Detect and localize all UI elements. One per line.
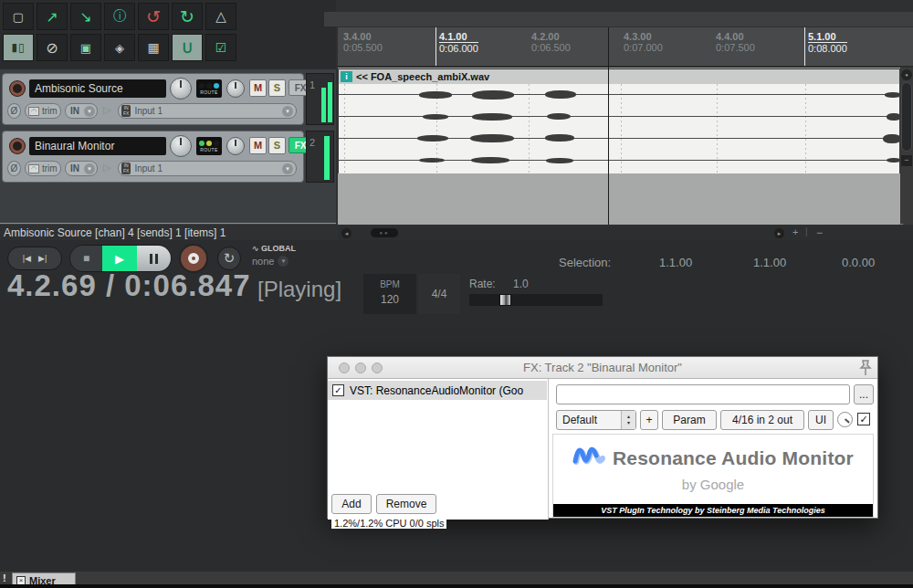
ui-toggle-button[interactable]: UI: [808, 410, 834, 430]
save-project-button[interactable]: ↘: [70, 3, 101, 30]
track-panel-1: Ambisonic Source ROUTE M S FX⊙ Ø ◠trim I…: [2, 73, 304, 125]
volume-knob[interactable]: [170, 78, 192, 100]
item-edit-icon: ▣: [80, 41, 91, 55]
undo-button[interactable]: ↺: [138, 3, 169, 30]
close-icon[interactable]: [339, 362, 350, 373]
play-button[interactable]: ▶: [102, 246, 136, 271]
record-input-button[interactable]: IN▼: [65, 103, 98, 119]
wet-dry-knob[interactable]: [837, 412, 853, 427]
pan-knob[interactable]: [226, 79, 245, 98]
transport-position-display[interactable]: 4.2.69 / 0:06.847: [7, 268, 251, 303]
remove-fx-button[interactable]: Remove: [376, 494, 436, 514]
selection-length[interactable]: 0.0.00: [842, 256, 875, 269]
bpm-value[interactable]: 120: [363, 293, 416, 306]
selection-label: Selection:: [559, 256, 611, 269]
ruler-tick: 3.4.000:05.500: [343, 31, 383, 53]
solo-button[interactable]: S: [268, 79, 286, 97]
repeat-button[interactable]: ↻: [217, 247, 241, 270]
toggle-peaks-button[interactable]: ▮▯: [3, 34, 34, 61]
envelope-points-button[interactable]: ◈: [104, 34, 135, 61]
media-item[interactable]: i << FOA_speech_ambiX.wav: [338, 68, 900, 173]
go-to-start-button[interactable]: |◀: [23, 254, 31, 263]
solo-button[interactable]: S: [268, 137, 286, 154]
track-name[interactable]: Binaural Monitor: [29, 137, 166, 155]
selection-end[interactable]: 1.1.00: [753, 256, 786, 269]
locking-button[interactable]: ☑: [205, 34, 236, 61]
record-arm-button[interactable]: [9, 80, 26, 97]
plugin-enabled-checkbox[interactable]: ✓: [857, 413, 870, 425]
timeline-ruler[interactable]: 3.4.000:05.500 4.1.000:06.000 4.2.000:06…: [338, 27, 913, 67]
redo-button[interactable]: ↻: [172, 3, 203, 30]
record-arm-button[interactable]: [9, 138, 26, 154]
pan-knob[interactable]: [226, 137, 245, 155]
bpm-box[interactable]: BPM 120: [363, 274, 416, 314]
route-button[interactable]: ROUTE: [196, 79, 222, 98]
rate-slider-thumb[interactable]: [499, 294, 511, 306]
preset-dropdown[interactable]: Default ▴▾: [556, 410, 636, 430]
vertical-scrollbar[interactable]: ● −: [900, 68, 913, 225]
fx-chain-item-row[interactable]: ✓ VST: ResonanceAudioMonitor (Goo: [328, 381, 547, 400]
track-name[interactable]: Ambisonic Source: [29, 79, 166, 98]
trim-envelope-button[interactable]: ◠trim: [25, 103, 61, 119]
pause-button[interactable]: [137, 246, 171, 271]
item-edit-mode-button[interactable]: ▣: [70, 34, 101, 61]
phase-button[interactable]: Ø: [7, 103, 21, 119]
route-button[interactable]: ROUTE: [196, 137, 222, 155]
save-preset-button[interactable]: +: [640, 410, 658, 430]
selection-start[interactable]: 1.1.00: [659, 256, 692, 269]
stepper-icon[interactable]: ▴▾: [621, 411, 635, 429]
more-options-button[interactable]: ...: [854, 384, 874, 404]
fx-enabled-checkbox[interactable]: ✓: [332, 384, 344, 396]
new-project-button[interactable]: ▢: [3, 3, 34, 30]
item-grouping-button[interactable]: ⊘: [37, 34, 68, 61]
param-button[interactable]: Param: [662, 410, 717, 430]
snap-grid-button[interactable]: ▦: [138, 34, 169, 61]
scroll-left-icon[interactable]: ◂: [341, 228, 352, 238]
play-cursor[interactable]: [608, 27, 609, 225]
horizontal-scrollbar[interactable]: ◂ ●● ▸ + | − −: [338, 226, 913, 240]
ripple-edit-button[interactable]: ⊃: [172, 34, 203, 61]
zoom-in-button[interactable]: +: [792, 226, 798, 237]
open-project-button[interactable]: ↗: [37, 3, 68, 30]
undo-icon: ↺: [146, 6, 161, 27]
preset-name-field[interactable]: [556, 384, 850, 404]
input-selector[interactable]: INFXInput 1 ▼: [118, 161, 297, 176]
send-arrow-icon[interactable]: ▷: [103, 104, 110, 116]
scroll-up-icon[interactable]: ●: [901, 69, 912, 80]
scroll-right-icon[interactable]: ▸: [774, 228, 784, 238]
pin-icon[interactable]: [859, 360, 872, 380]
horizontal-scroll-thumb[interactable]: ●●: [371, 228, 398, 237]
volume-knob[interactable]: [170, 135, 192, 157]
project-settings-button[interactable]: ⓘ: [104, 3, 135, 30]
send-arrow-icon[interactable]: ▷: [103, 162, 110, 173]
rate-slider[interactable]: [469, 294, 603, 306]
record-input-button[interactable]: IN▼: [65, 161, 98, 176]
track-meter-2: 2: [306, 131, 334, 183]
fx-window-titlebar[interactable]: FX: Track 2 "Binaural Monitor": [328, 357, 877, 379]
minimize-icon[interactable]: [355, 362, 366, 373]
metronome-button[interactable]: △: [205, 3, 236, 30]
trim-envelope-button[interactable]: ◠trim: [25, 161, 61, 176]
maximize-icon[interactable]: [372, 362, 383, 373]
go-to-end-button[interactable]: ▶|: [38, 254, 47, 263]
track-number: 2: [310, 137, 315, 148]
pane-minus-button[interactable]: −: [898, 219, 904, 229]
phase-button[interactable]: Ø: [7, 161, 21, 176]
io-routing-button[interactable]: 4/16 in 2 out: [720, 410, 804, 430]
mute-button[interactable]: M: [249, 137, 267, 154]
item-info-icon[interactable]: i: [341, 71, 352, 82]
fx-chain-window[interactable]: FX: Track 2 "Binaural Monitor" ✓ VST: Re…: [327, 356, 878, 519]
ruler-tick: 4.2.000:06.500: [531, 31, 571, 53]
input-selector[interactable]: INFXInput 1 ▼: [118, 103, 297, 119]
stop-button[interactable]: ■: [70, 246, 102, 271]
add-fx-button[interactable]: Add: [331, 494, 372, 514]
mute-button[interactable]: M: [249, 79, 267, 97]
global-automation-widget[interactable]: ∿ GLOBAL none▼: [252, 244, 307, 267]
zoom-out-vertical-button[interactable]: −: [901, 155, 912, 166]
waveform-area[interactable]: [339, 84, 899, 173]
time-signature-box[interactable]: 4/4: [418, 274, 460, 314]
media-item-header[interactable]: i << FOA_speech_ambiX.wav: [339, 69, 899, 84]
vertical-scroll-thumb[interactable]: [901, 82, 912, 152]
transport-bar: |◀ ▶| ■ ▶ ↻ ∿ GLOBAL none▼ 4.2.69 / 0:06…: [0, 240, 913, 320]
zoom-out-button[interactable]: −: [816, 226, 823, 239]
